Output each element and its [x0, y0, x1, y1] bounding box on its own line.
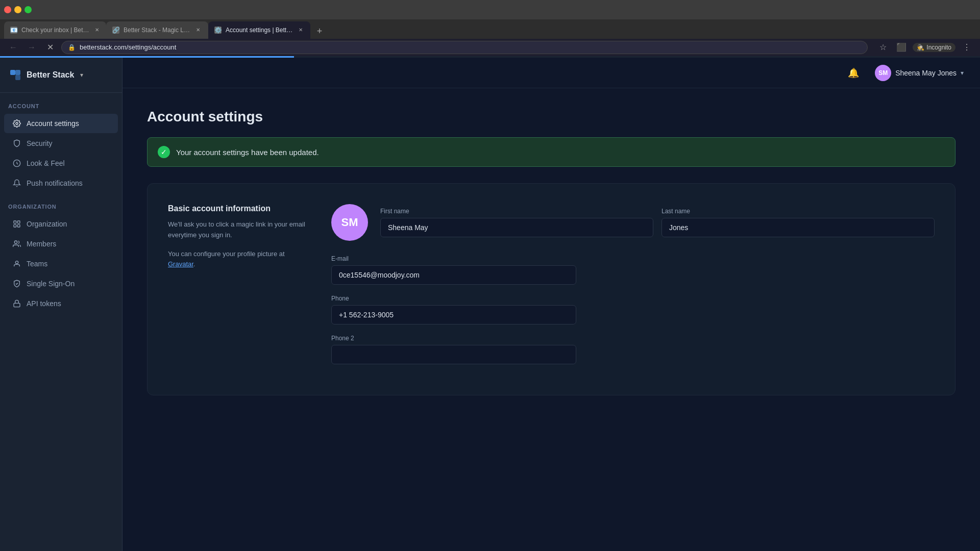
user-name: Sheena May Jones [895, 69, 957, 77]
success-text: Your account settings have been updated. [176, 148, 319, 157]
logo-icon [8, 68, 22, 82]
api-tokens-icon [12, 299, 21, 308]
sidebar-logo[interactable]: Better Stack ▾ [8, 68, 83, 82]
browser-chrome: 📧 Check your inbox | Better Stack ✕ 🔗 Be… [0, 0, 980, 56]
account-settings-icon [12, 119, 21, 128]
first-name-field-group: First name [380, 208, 653, 237]
sidebar-section-account: ACCOUNT Account settings Security [0, 93, 122, 193]
maximize-window-button[interactable] [24, 6, 32, 13]
gravatar-link[interactable]: Gravatar [168, 260, 193, 268]
address-bar[interactable]: 🔒 betterstack.com/settings/account [61, 41, 868, 54]
svg-rect-11 [14, 303, 20, 307]
sidebar-item-sso[interactable]: Single Sign-On [4, 274, 118, 293]
tab-favicon-1: 🔗 [112, 27, 119, 34]
sidebar-item-api-tokens[interactable]: API tokens [4, 294, 118, 313]
svg-rect-7 [14, 224, 16, 227]
sidebar-item-members[interactable]: Members [4, 234, 118, 254]
browser-actions: ☆ ⬛ 🕵 Incognito ⋮ [876, 40, 974, 55]
tabs-bar: 📧 Check your inbox | Better Stack ✕ 🔗 Be… [0, 19, 980, 39]
sidebar-item-label-account-settings: Account settings [27, 119, 79, 128]
minimize-window-button[interactable] [14, 6, 21, 13]
sidebar-item-push-notifications[interactable]: Push notifications [4, 173, 118, 193]
first-name-label: First name [380, 208, 653, 215]
phone2-input[interactable] [331, 345, 576, 364]
side-panel-button[interactable]: ⬛ [894, 40, 909, 55]
tab-close-2[interactable]: ✕ [298, 26, 304, 34]
name-fields: First name Last name [380, 208, 935, 237]
tab-close-1[interactable]: ✕ [194, 26, 202, 34]
email-phone-section: E-mail Phone Phone 2 [331, 255, 935, 364]
first-name-input[interactable] [380, 218, 653, 237]
email-input[interactable] [331, 265, 576, 285]
look-feel-icon [12, 159, 21, 168]
sidebar-item-teams[interactable]: Teams [4, 254, 118, 273]
avatar-row: SM First name Last name [331, 204, 935, 241]
sidebar-item-label-push-notifications: Push notifications [27, 179, 83, 187]
sidebar-item-label-security: Security [27, 139, 53, 147]
sidebar-item-organization[interactable]: Organization [4, 214, 118, 234]
sidebar-header: Better Stack ▾ [0, 58, 122, 93]
page-title: Account settings [147, 109, 955, 125]
tab-close-0[interactable]: ✕ [93, 26, 100, 34]
tab-favicon-2: ⚙️ [214, 27, 222, 34]
browser-title-bar [0, 0, 980, 19]
svg-point-9 [14, 241, 17, 243]
sidebar-section-organization: ORGANIZATION Organization [0, 193, 122, 314]
close-window-button[interactable] [4, 6, 11, 13]
url-display: betterstack.com/settings/account [80, 43, 861, 51]
user-avatar-initials: SM [878, 69, 888, 77]
forward-button[interactable]: → [24, 40, 39, 55]
form-description: Basic account information We'll ask you … [168, 204, 311, 374]
tab-label-2: Account settings | Better Stack [226, 27, 293, 34]
sidebar-item-security[interactable]: Security [4, 134, 118, 153]
reload-button[interactable]: ✕ [43, 40, 57, 55]
success-banner: ✓ Your account settings have been update… [147, 137, 955, 167]
tab-favicon-0: 📧 [10, 27, 17, 34]
form-fields: SM First name Last name [331, 204, 935, 374]
phone-input[interactable] [331, 305, 576, 324]
push-notifications-icon [12, 179, 21, 188]
svg-rect-1 [15, 75, 20, 80]
user-menu[interactable]: SM Sheena May Jones ▾ [871, 63, 968, 83]
lock-icon: 🔒 [68, 44, 76, 51]
svg-rect-0 [10, 70, 15, 75]
tab-label-1: Better Stack - Magic Link [124, 27, 190, 34]
form-section-title: Basic account information [168, 204, 311, 213]
tab-1[interactable]: 🔗 Better Stack - Magic Link ✕ [106, 21, 208, 39]
sidebar: Better Stack ▾ ACCOUNT Account settings [0, 58, 122, 551]
back-button[interactable]: ← [6, 40, 20, 55]
sidebar-dropdown-button[interactable]: ▾ [80, 71, 83, 79]
sidebar-item-label-organization: Organization [27, 220, 67, 228]
user-avatar: SM [875, 65, 891, 81]
svg-rect-6 [17, 221, 20, 223]
last-name-field-group: Last name [662, 208, 935, 237]
phone-label: Phone [331, 295, 935, 302]
email-field-group: E-mail [331, 255, 935, 285]
tab-2[interactable]: ⚙️ Account settings | Better Stack ✕ [208, 21, 310, 39]
logo-text: Better Stack [27, 70, 74, 80]
more-options-button[interactable]: ⋮ [960, 40, 974, 55]
security-icon [12, 139, 21, 148]
incognito-label: Incognito [926, 44, 951, 51]
sidebar-item-look-feel[interactable]: Look & Feel [4, 154, 118, 173]
tab-label-0: Check your inbox | Better Stack [21, 27, 89, 34]
form-description-text-2: You can configure your profile picture a… [168, 249, 311, 270]
notification-button[interactable]: 🔔 [844, 64, 863, 82]
bookmark-button[interactable]: ☆ [876, 40, 890, 55]
window-controls [4, 6, 32, 13]
profile-avatar: SM [331, 204, 368, 241]
incognito-icon: 🕵 [917, 44, 924, 51]
browser-toolbar: ← → ✕ 🔒 betterstack.com/settings/account… [0, 39, 980, 56]
new-tab-button[interactable]: + [312, 24, 327, 39]
teams-icon [12, 259, 21, 268]
app-layout: Better Stack ▾ ACCOUNT Account settings [0, 58, 980, 551]
page-content: Account settings ✓ Your account settings… [122, 88, 980, 416]
tab-0[interactable]: 📧 Check your inbox | Better Stack ✕ [4, 21, 106, 39]
svg-point-10 [15, 261, 18, 264]
profile-avatar-initials: SM [341, 216, 358, 229]
sidebar-item-account-settings[interactable]: Account settings [4, 114, 118, 133]
svg-point-3 [16, 122, 18, 124]
sidebar-item-label-teams: Teams [27, 260, 47, 268]
last-name-input[interactable] [662, 218, 935, 237]
phone2-field-group: Phone 2 [331, 335, 935, 364]
